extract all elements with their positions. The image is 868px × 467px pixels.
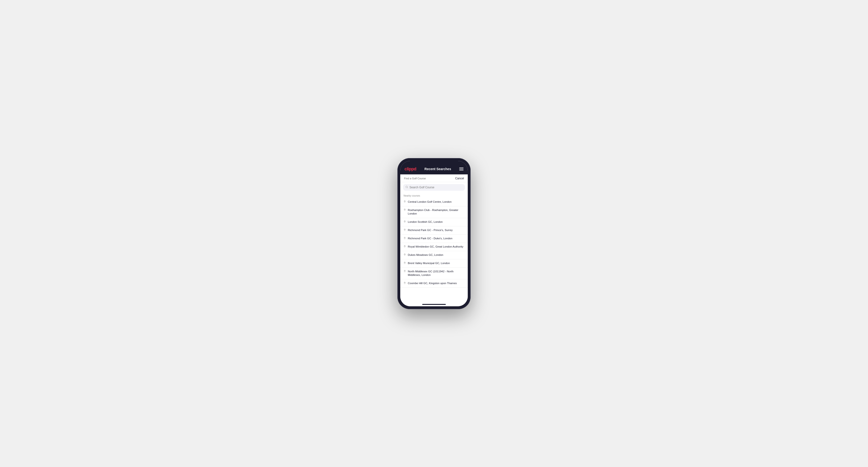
course-name: Coombe Hill GC, Kingston upon Thames — [408, 282, 457, 285]
search-container — [400, 182, 468, 192]
location-pin-icon — [404, 253, 406, 257]
course-name: London Scottish GC, London — [408, 220, 443, 224]
location-pin-icon — [404, 262, 406, 265]
home-indicator — [400, 303, 468, 306]
svg-point-3 — [404, 209, 405, 210]
svg-point-5 — [404, 229, 405, 229]
svg-point-10 — [404, 271, 405, 271]
app-header: clippd Recent Searches — [400, 164, 468, 175]
main-content: Find a Golf Course Cancel Nearby — [400, 175, 468, 303]
list-item[interactable]: Richmond Park GC - Prince's, Surrey — [400, 226, 468, 235]
location-pin-icon — [404, 245, 406, 249]
location-pin-icon — [404, 220, 406, 224]
find-label: Find a Golf Course — [404, 177, 426, 180]
course-name: Royal Wimbledon GC, Great London Authori… — [408, 245, 463, 249]
phone-frame: clippd Recent Searches Find a Golf Cours… — [397, 158, 471, 309]
nearby-section: Nearby courses Central London Golf Centr… — [400, 192, 468, 303]
course-name: North Middlesex GC (1011942 - North Midd… — [408, 270, 464, 277]
search-input[interactable] — [409, 186, 463, 189]
svg-point-6 — [404, 238, 405, 238]
svg-point-7 — [404, 246, 405, 246]
header-title: Recent Searches — [425, 167, 451, 171]
course-name: Richmond Park GC - Prince's, Surrey — [408, 228, 453, 232]
svg-point-2 — [404, 201, 405, 201]
app-logo: clippd — [404, 166, 416, 172]
find-bar: Find a Golf Course Cancel — [400, 175, 468, 182]
nearby-label: Nearby courses — [400, 192, 468, 198]
home-bar — [422, 304, 446, 305]
svg-point-8 — [404, 254, 405, 254]
cancel-button[interactable]: Cancel — [455, 177, 464, 180]
course-list: Central London Golf Centre, London Roeha… — [400, 198, 468, 288]
course-name: Central London Golf Centre, London — [408, 200, 452, 204]
location-pin-icon — [404, 200, 406, 204]
list-item[interactable]: Dukes Meadows GC, London — [400, 251, 468, 259]
list-item[interactable]: Richmond Park GC - Duke's, London — [400, 235, 468, 243]
course-name: Brent Valley Municipal GC, London — [408, 261, 450, 265]
location-pin-icon — [404, 237, 406, 241]
location-pin-icon — [404, 270, 406, 274]
svg-point-9 — [404, 262, 405, 262]
list-item[interactable]: Brent Valley Municipal GC, London — [400, 259, 468, 268]
location-pin-icon — [404, 282, 406, 285]
menu-icon[interactable] — [459, 167, 464, 170]
search-box — [403, 184, 465, 191]
location-pin-icon — [404, 209, 406, 212]
list-item[interactable]: North Middlesex GC (1011942 - North Midd… — [400, 268, 468, 279]
svg-line-1 — [407, 188, 408, 188]
list-item[interactable]: Coombe Hill GC, Kingston upon Thames — [400, 279, 468, 288]
course-name: Roehampton Club - Roehampton, Greater Lo… — [408, 208, 464, 216]
svg-point-4 — [404, 221, 405, 221]
list-item[interactable]: Roehampton Club - Roehampton, Greater Lo… — [400, 206, 468, 218]
list-item[interactable]: Royal Wimbledon GC, Great London Authori… — [400, 243, 468, 251]
course-name: Dukes Meadows GC, London — [408, 253, 443, 257]
status-bar — [400, 161, 468, 164]
list-item[interactable]: Central London Golf Centre, London — [400, 198, 468, 206]
search-icon — [405, 186, 408, 189]
phone-screen: clippd Recent Searches Find a Golf Cours… — [400, 161, 468, 306]
location-pin-icon — [404, 229, 406, 232]
course-name: Richmond Park GC - Duke's, London — [408, 237, 453, 241]
svg-point-11 — [404, 282, 405, 283]
list-item[interactable]: London Scottish GC, London — [400, 218, 468, 226]
